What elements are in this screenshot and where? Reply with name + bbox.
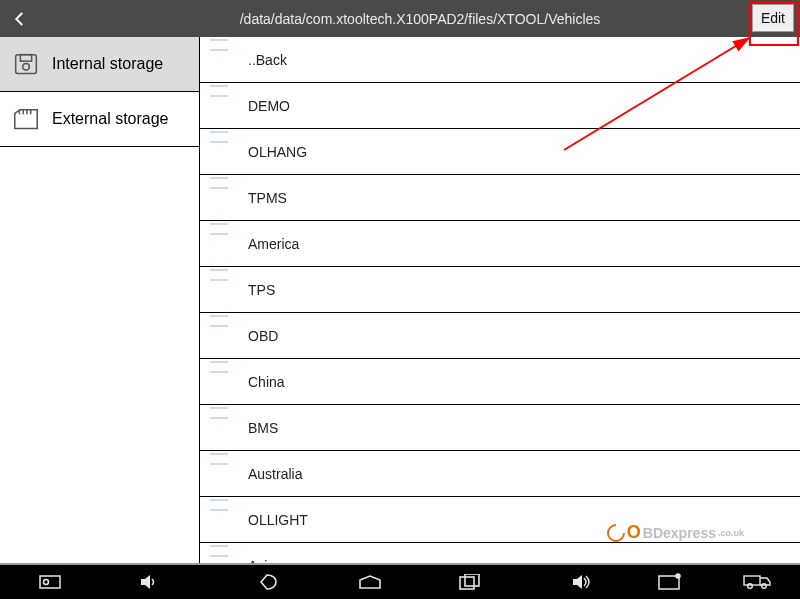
file-name: ..Back xyxy=(248,52,287,68)
list-item[interactable]: Australia xyxy=(200,451,800,497)
folder-icon xyxy=(208,321,234,351)
folder-icon xyxy=(208,229,234,259)
list-item[interactable]: Asia xyxy=(200,543,800,563)
list-item[interactable]: DEMO xyxy=(200,83,800,129)
svg-point-14 xyxy=(676,574,680,578)
list-item[interactable]: America xyxy=(200,221,800,267)
folder-icon xyxy=(208,137,234,167)
chevron-left-icon xyxy=(11,10,29,28)
folder-icon xyxy=(208,505,234,535)
storage-sidebar: Internal storage External storage xyxy=(0,37,200,563)
internal-storage-icon xyxy=(10,48,42,80)
file-name: OLHANG xyxy=(248,144,307,160)
file-name: DEMO xyxy=(248,98,290,114)
content-area: Internal storage External storage ..Back… xyxy=(0,37,800,563)
svg-rect-15 xyxy=(744,576,760,585)
list-item[interactable]: OLLIGHT xyxy=(200,497,800,543)
file-name: America xyxy=(248,236,299,252)
list-item[interactable]: TPMS xyxy=(200,175,800,221)
list-item[interactable]: OLHANG xyxy=(200,129,800,175)
edit-button[interactable]: Edit xyxy=(752,4,794,32)
svg-marker-9 xyxy=(141,575,150,589)
app-header: /data/data/com.xtooltech.X100PAD2/files/… xyxy=(0,0,800,37)
external-storage-icon xyxy=(10,103,42,135)
file-name: OBD xyxy=(248,328,278,344)
file-name: China xyxy=(248,374,285,390)
vehicle-icon[interactable] xyxy=(743,572,771,592)
file-name: TPMS xyxy=(248,190,287,206)
screen-icon[interactable] xyxy=(656,572,684,592)
nav-recent-icon[interactable] xyxy=(456,572,484,592)
sidebar-item-internal[interactable]: Internal storage xyxy=(0,37,199,92)
sidebar-item-label: External storage xyxy=(52,110,169,128)
list-item[interactable]: OBD xyxy=(200,313,800,359)
folder-icon xyxy=(208,413,234,443)
nav-home-icon[interactable] xyxy=(356,572,384,592)
svg-rect-10 xyxy=(460,577,474,589)
sidebar-item-label: Internal storage xyxy=(52,55,163,73)
back-button[interactable] xyxy=(0,0,40,37)
svg-rect-13 xyxy=(659,576,679,589)
list-item[interactable]: TPS xyxy=(200,267,800,313)
file-name: BMS xyxy=(248,420,278,436)
sidebar-item-external[interactable]: External storage xyxy=(0,92,199,147)
folder-icon xyxy=(208,275,234,305)
volume-down-icon[interactable] xyxy=(136,572,164,592)
file-list[interactable]: ..Back DEMO OLHANG TPMS America TPS OBD … xyxy=(200,37,800,563)
volume-up-icon[interactable] xyxy=(569,572,597,592)
list-item[interactable]: ..Back xyxy=(200,37,800,83)
folder-icon xyxy=(208,91,234,121)
svg-point-16 xyxy=(747,584,752,589)
list-item[interactable]: China xyxy=(200,359,800,405)
list-item[interactable]: BMS xyxy=(200,405,800,451)
file-name: TPS xyxy=(248,282,275,298)
svg-point-2 xyxy=(23,64,30,71)
current-path: /data/data/com.xtooltech.X100PAD2/files/… xyxy=(40,11,800,27)
svg-marker-12 xyxy=(573,575,582,589)
screenshot-icon[interactable] xyxy=(36,572,64,592)
svg-point-17 xyxy=(761,584,766,589)
folder-icon xyxy=(208,367,234,397)
folder-icon xyxy=(208,459,234,489)
svg-point-8 xyxy=(44,580,49,585)
file-name: Asia xyxy=(248,558,275,564)
nav-back-icon[interactable] xyxy=(256,572,284,592)
svg-rect-11 xyxy=(465,574,479,586)
folder-icon xyxy=(208,45,234,75)
file-name: OLLIGHT xyxy=(248,512,308,528)
folder-icon xyxy=(208,551,234,564)
folder-icon xyxy=(208,183,234,213)
file-name: Australia xyxy=(248,466,302,482)
system-nav-bar xyxy=(0,565,800,599)
svg-rect-1 xyxy=(20,55,31,62)
